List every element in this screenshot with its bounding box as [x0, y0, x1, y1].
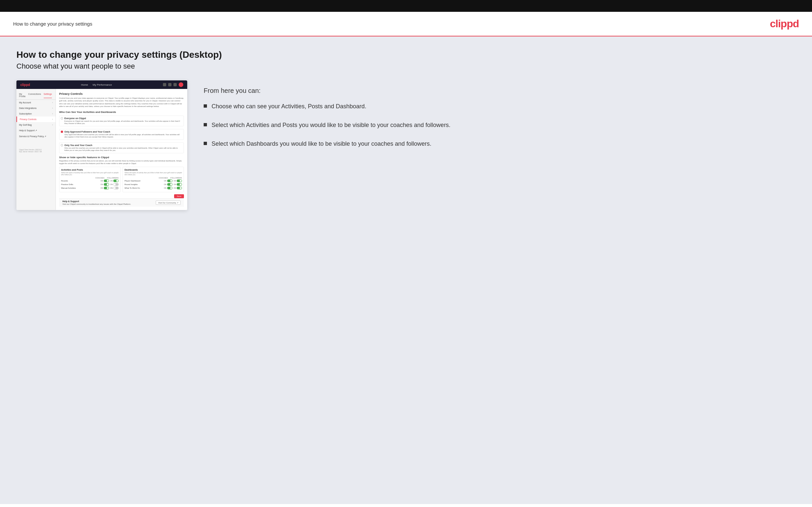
dashboards-panel-desc: Select the types of activity that you'd … [124, 172, 182, 176]
from-here-title: From here you can: [204, 87, 796, 95]
sidebar-item-data-integrations[interactable]: Data Integrations› [16, 105, 55, 111]
ri-coaches-on-label: ON [164, 183, 166, 185]
sidebar-item-my-account[interactable]: My Account› [16, 100, 55, 105]
toggle-round-insights: Round Insights ON ON [124, 183, 182, 186]
showhide-title: Show or hide specific features in Clippd [59, 156, 184, 159]
radio-only-you-desc: Only you and the coaches you connect wit… [64, 147, 182, 152]
radio-only-you[interactable]: Only You and Your Coach Only you and the… [59, 143, 184, 153]
search-icon [163, 83, 166, 86]
mockup-icons [163, 82, 183, 87]
radio-followers-coach-button[interactable] [61, 130, 63, 133]
ri-followers-on-label: ON [174, 183, 176, 185]
radio-everyone-button[interactable] [61, 117, 63, 119]
toggle-practice-drills: Practice Drills ON ON [61, 183, 118, 186]
toggle-what-to-work-on: What To Work On ON ON [124, 187, 182, 189]
rounds-followers-toggle[interactable] [113, 179, 118, 182]
toggle-practice-drills-label: Practice Drills [61, 183, 73, 185]
wtwo-followers-on-label: ON [174, 187, 176, 189]
header-title: How to change your privacy settings [13, 21, 92, 26]
sidebar-item-help-support[interactable]: Help & Support ↗ [16, 128, 55, 133]
wtwo-coaches-toggle[interactable] [167, 187, 172, 189]
bullet-text-3: Select which Dashboards you would like t… [211, 140, 431, 148]
drills-followers-on-label: ON [110, 183, 113, 185]
notifications-icon [168, 83, 171, 86]
mockup-topbar: clippd Home My Performance [16, 80, 187, 89]
mockup-body: My Profile Connections Settings My Accou… [16, 89, 187, 210]
dashboards-panel-title: Dashboards [124, 169, 182, 171]
save-row: Save [59, 194, 184, 198]
toggle-manual-activities: Manual Activities ON ON [61, 187, 118, 189]
radio-followers-coach[interactable]: Only Approved Followers and Your Coach O… [59, 129, 184, 140]
settings-icon [173, 83, 177, 86]
bullet-square-2 [204, 123, 207, 126]
version-text: Clippd Client Version: 2022.8.2SQL Serve… [16, 146, 55, 155]
manual-followers-toggle[interactable] [113, 187, 118, 189]
manual-coaches-toggle[interactable] [104, 187, 109, 189]
tab-connections[interactable]: Connections [28, 93, 41, 98]
bullet-text-1: Choose who can see your Activities, Post… [211, 102, 366, 111]
bullet-item-1: Choose who can see your Activities, Post… [204, 102, 796, 111]
pd-followers-toggle[interactable] [177, 179, 182, 182]
sidebar-item-service-privacy[interactable]: Service & Privacy Policy ↗ [16, 133, 55, 139]
main-content: How to change your privacy settings (Des… [0, 37, 812, 504]
sidebar-item-privacy-controls[interactable]: Privacy Controls› [16, 116, 55, 122]
toggle-round-insights-label: Round Insights [124, 183, 138, 185]
rounds-coaches-toggle[interactable] [104, 179, 109, 182]
top-bar [0, 0, 812, 12]
ri-coaches-toggle[interactable] [167, 183, 172, 186]
toggle-player-dashboard-label: Player Dashboard [124, 180, 140, 182]
dashboards-panel: Dashboards Select the types of activity … [122, 167, 184, 192]
logo: clippd [770, 18, 799, 30]
bullet-item-3: Select which Dashboards you would like t… [204, 140, 796, 148]
drills-followers-toggle[interactable] [113, 183, 118, 186]
showhide-desc: Regardless of the privacy controls that … [59, 160, 184, 164]
privacy-controls-desc: Control how you and your data appears to… [59, 97, 184, 108]
mockup-nav: Home My Performance [81, 83, 112, 86]
toggle-manual-label: Manual Activities [61, 187, 76, 189]
drills-coaches-on-label: ON [101, 183, 103, 185]
bullet-list: Choose who can see your Activities, Post… [204, 102, 796, 148]
pd-coaches-on-label: ON [164, 180, 166, 182]
mockup-sidebar-tabs: My Profile Connections Settings [16, 92, 55, 100]
activities-panel: Activities and Posts Select the types of… [59, 167, 120, 192]
pd-followers-on-label: ON [174, 180, 176, 182]
activities-panel-title: Activities and Posts [61, 169, 118, 171]
radio-everyone-desc: Everyone on Clippd can search for you an… [64, 120, 182, 125]
mockup-main-panel: Privacy Controls Control how you and you… [56, 89, 187, 210]
toggle-rounds-label: Rounds [61, 180, 68, 182]
ri-followers-toggle[interactable] [177, 183, 182, 186]
bullet-item-2: Select which Activities and Posts you wo… [204, 121, 796, 129]
right-panel: From here you can: Choose who can see yo… [204, 80, 796, 148]
radio-only-you-label: Only You and Your Coach [64, 144, 92, 146]
visit-community-button[interactable]: Visit Our Community ↗ [156, 201, 181, 205]
bullet-square-3 [204, 142, 207, 145]
drills-coaches-toggle[interactable] [104, 183, 109, 186]
manual-followers-on-label: ON [110, 187, 113, 189]
bullet-square-1 [204, 104, 207, 108]
help-title: Help & Support [62, 200, 131, 203]
page-subheading: Choose what you want people to see [16, 62, 796, 70]
avatar-icon [179, 82, 183, 87]
who-can-see-title: Who Can See Your Activities and Dashboar… [59, 111, 184, 114]
page-heading: How to change your privacy settings (Des… [16, 50, 796, 60]
mockup-logo: clippd [20, 83, 30, 87]
wtwo-followers-toggle[interactable] [177, 187, 182, 189]
help-desc: Visit our Clippd community to troublesho… [62, 203, 131, 205]
sidebar-item-my-golf-bag[interactable]: My Golf Bag› [16, 122, 55, 128]
radio-only-you-button[interactable] [61, 144, 63, 146]
mockup-sidebar: My Profile Connections Settings My Accou… [16, 89, 56, 210]
tab-my-profile[interactable]: My Profile [19, 93, 26, 98]
help-bar: Help & Support Visit our Clippd communit… [59, 198, 184, 207]
toggles-grid: Activities and Posts Select the types of… [59, 167, 184, 192]
pd-coaches-toggle[interactable] [167, 179, 172, 182]
rounds-coaches-on-label: ON [101, 180, 103, 182]
toggle-rounds: Rounds ON ON [61, 179, 118, 182]
radio-everyone[interactable]: Everyone on Clippd Everyone on Clippd ca… [59, 115, 184, 126]
sidebar-item-subscription[interactable]: Subscription› [16, 111, 55, 116]
radio-followers-coach-label: Only Approved Followers and Your Coach [64, 130, 110, 133]
tab-settings[interactable]: Settings [44, 93, 52, 98]
header: How to change your privacy settings clip… [0, 12, 812, 37]
save-button[interactable]: Save [174, 194, 184, 198]
content-columns: clippd Home My Performance My Profile [16, 80, 796, 210]
mockup-nav-performance: My Performance [93, 83, 112, 86]
